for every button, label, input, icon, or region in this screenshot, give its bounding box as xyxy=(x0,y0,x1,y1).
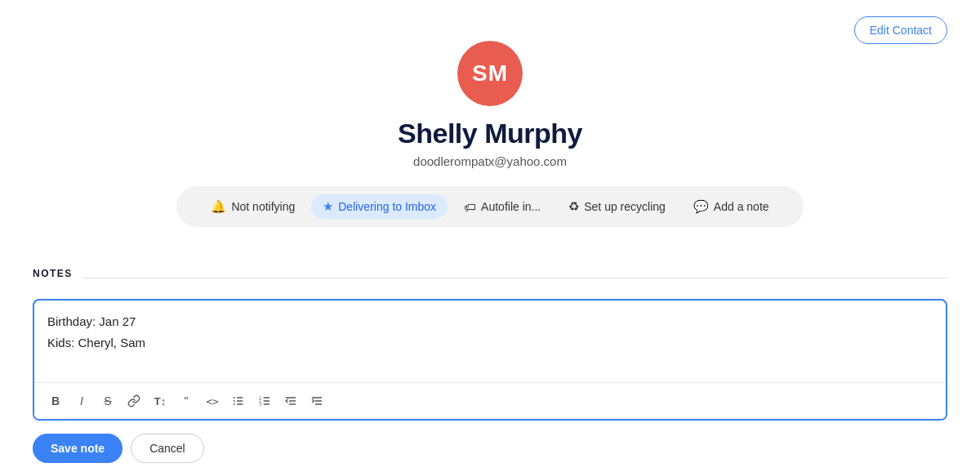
toolbar-quote-button[interactable]: " xyxy=(175,390,198,412)
edit-contact-button[interactable]: Edit Contact xyxy=(854,16,947,44)
action-delivering-to-imbox[interactable]: ★ Delivering to Imbox xyxy=(311,194,448,219)
editor-toolbar: B I S T↕ " <> xyxy=(34,382,946,419)
toolbar-indent-button[interactable] xyxy=(305,390,328,412)
top-right-actions: Edit Contact xyxy=(854,16,947,44)
action-recycling-label: Set up recycling xyxy=(584,200,666,213)
bell-crossed-icon: 🔔 xyxy=(211,199,226,214)
action-add-note[interactable]: 💬 Add a note xyxy=(682,194,781,219)
contact-name: Shelly Murphy xyxy=(398,118,582,149)
page-container: Edit Contact SM Shelly Murphy doodleromp… xyxy=(0,0,980,472)
svg-point-3 xyxy=(234,397,235,399)
action-bar: 🔔 Not notifying ★ Delivering to Imbox 🏷 … xyxy=(176,186,803,227)
action-not-notifying-label: Not notifying xyxy=(231,200,295,213)
notes-section-label: NOTES xyxy=(33,268,73,279)
heading-icon: T↕ xyxy=(154,395,166,407)
svg-text:3: 3 xyxy=(259,403,261,407)
toolbar-outdent-button[interactable] xyxy=(279,390,302,412)
indent-icon xyxy=(310,394,323,407)
action-not-notifying[interactable]: 🔔 Not notifying xyxy=(199,194,306,219)
toolbar-bullet-list-button[interactable] xyxy=(227,390,250,412)
code-icon: <> xyxy=(206,395,219,407)
svg-point-4 xyxy=(234,400,235,402)
toolbar-link-button[interactable] xyxy=(122,390,145,412)
action-set-up-recycling[interactable]: ♻ Set up recycling xyxy=(557,194,677,219)
notes-editor-wrapper: Birthday: Jan 27 Kids: Cheryl, Sam B I S… xyxy=(33,299,947,421)
toolbar-italic-button[interactable]: I xyxy=(70,390,93,412)
notes-section: NOTES Birthday: Jan 27 Kids: Cheryl, Sam… xyxy=(33,268,947,463)
notes-actions: Save note Cancel xyxy=(33,434,947,463)
toolbar-heading-button[interactable]: T↕ xyxy=(149,390,172,412)
avatar: SM xyxy=(457,41,523,106)
comment-icon: 💬 xyxy=(693,199,709,214)
action-add-note-label: Add a note xyxy=(714,200,769,213)
contact-email: doodlerompatx@yahoo.com xyxy=(413,154,567,168)
outdent-icon xyxy=(284,394,297,407)
notes-content-editor[interactable]: Birthday: Jan 27 Kids: Cheryl, Sam xyxy=(34,301,946,382)
notes-line-2: Kids: Cheryl, Sam xyxy=(47,333,933,353)
save-note-button[interactable]: Save note xyxy=(33,434,122,463)
toolbar-numbered-list-button[interactable]: 1 2 3 xyxy=(253,390,276,412)
avatar-initials: SM xyxy=(472,60,508,87)
toolbar-bold-button[interactable]: B xyxy=(44,390,67,412)
action-autofile-label: Autofile in... xyxy=(481,200,541,213)
tag-icon: 🏷 xyxy=(464,200,476,214)
quote-icon: " xyxy=(185,394,189,407)
notes-line-1: Birthday: Jan 27 xyxy=(47,312,933,332)
numbered-list-icon: 1 2 3 xyxy=(258,394,271,407)
action-delivering-label: Delivering to Imbox xyxy=(338,200,436,213)
toolbar-code-button[interactable]: <> xyxy=(201,390,224,412)
svg-point-5 xyxy=(234,403,235,405)
action-autofile[interactable]: 🏷 Autofile in... xyxy=(452,195,552,219)
profile-section: SM Shelly Murphy doodlerompatx@yahoo.com… xyxy=(33,16,947,268)
bullet-list-icon xyxy=(232,394,245,407)
link-icon xyxy=(127,394,140,407)
star-icon: ★ xyxy=(323,199,333,214)
recycle-icon: ♻ xyxy=(568,199,579,214)
cancel-button[interactable]: Cancel xyxy=(131,434,204,463)
toolbar-strikethrough-button[interactable]: S xyxy=(96,390,119,412)
